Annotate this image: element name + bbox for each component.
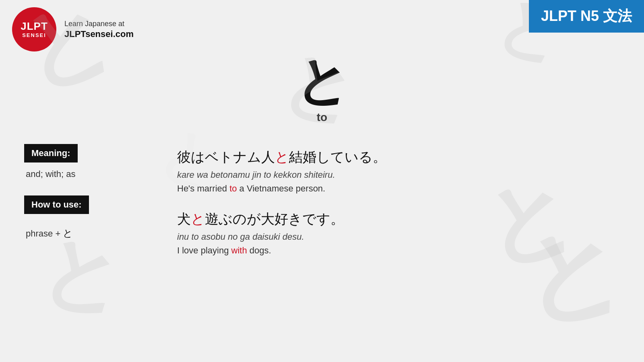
bg-char-7: と	[147, 111, 237, 211]
background-decoration: と と と と と と と	[0, 0, 644, 362]
bg-char-2: と	[274, 35, 363, 143]
bg-char-4: と	[36, 218, 128, 333]
jlpt-badge-text: JLPT N5 文法	[541, 6, 632, 26]
bg-char-1: と	[2, 0, 128, 115]
page: と と と と と と と JLPT N5 文法 JLPT SENSEI Lea…	[0, 0, 644, 362]
bg-char-6: と	[510, 198, 635, 350]
jlpt-badge: JLPT N5 文法	[529, 0, 644, 33]
